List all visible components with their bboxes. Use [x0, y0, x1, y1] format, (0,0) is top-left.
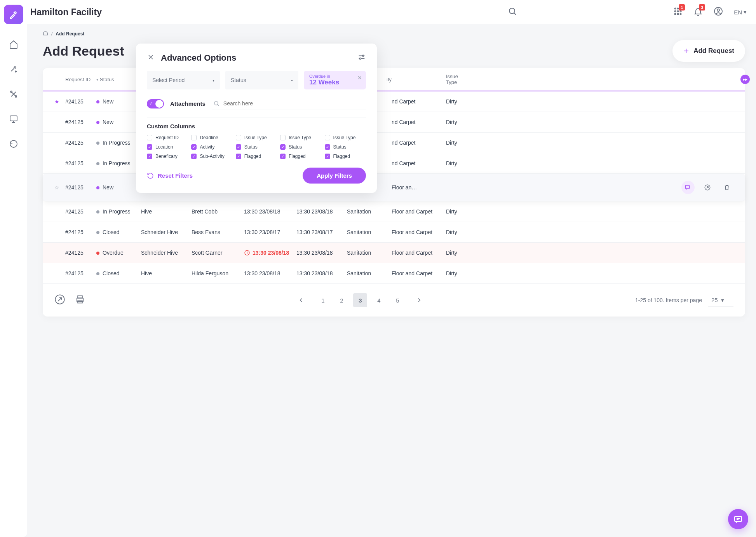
star-icon[interactable]: ☆ [54, 184, 59, 191]
bell-icon[interactable]: 3 [693, 7, 703, 17]
nav-home-icon[interactable] [6, 37, 21, 52]
column-checkbox[interactable]: ✓Activity [191, 144, 232, 150]
select-period[interactable]: Select Period▾ [147, 71, 220, 89]
home-icon[interactable] [43, 30, 48, 37]
trash-icon[interactable] [720, 181, 733, 194]
table-row[interactable]: #24125In ProgressHiveBrett Cobb13:30 23/… [43, 201, 745, 222]
breadcrumb: / Add Request [43, 30, 745, 37]
apply-filters-button[interactable]: Apply Filters [303, 168, 366, 184]
nav-history-icon[interactable] [6, 136, 21, 152]
open-icon[interactable] [701, 181, 714, 194]
column-checkbox[interactable]: ✓Location [147, 144, 188, 150]
table-footer: 12345 1-25 of 100. Items per page 25 ▾ [43, 284, 745, 317]
svg-point-4 [675, 8, 676, 9]
svg-point-11 [678, 14, 679, 15]
page-number[interactable]: 2 [334, 293, 348, 307]
custom-columns-title: Custom Columns [147, 117, 366, 129]
app-logo [4, 5, 23, 24]
column-checkbox[interactable]: ✓Status [325, 144, 366, 150]
svg-point-8 [678, 11, 679, 12]
advanced-options-modal: Advanced Options Select Period▾ Status▾ … [136, 44, 377, 193]
notif-badge: 3 [699, 4, 705, 10]
svg-point-3 [509, 8, 515, 14]
apps-icon[interactable]: 1 [673, 7, 683, 17]
page-number[interactable]: 4 [372, 293, 386, 307]
column-checkbox[interactable]: Issue Type [325, 135, 366, 140]
star-icon[interactable]: ★ [54, 98, 59, 105]
column-checkbox[interactable]: Deadline [191, 135, 232, 140]
modal-title: Advanced Options [161, 53, 351, 63]
column-checkbox[interactable]: ✓Beneficary [147, 154, 188, 159]
column-checkbox[interactable]: Request ID [147, 135, 188, 140]
column-checkbox[interactable]: Issue Type [236, 135, 277, 140]
print-icon[interactable] [75, 294, 85, 306]
user-icon[interactable] [714, 7, 723, 17]
search-icon[interactable] [508, 7, 517, 17]
page-next[interactable] [412, 293, 426, 307]
chat-fab[interactable] [728, 509, 748, 529]
fast-forward-icon[interactable]: ▸▸ [740, 75, 750, 84]
breadcrumb-current: Add Request [56, 31, 84, 37]
svg-rect-2 [10, 116, 17, 121]
page-number[interactable]: 5 [390, 293, 404, 307]
chip-remove-icon[interactable]: ✕ [357, 75, 362, 81]
svg-rect-20 [78, 296, 82, 298]
page-title: Add Request [43, 44, 124, 59]
sidebar [0, 0, 27, 537]
col-status[interactable]: ▾Status [96, 73, 141, 85]
page-number[interactable]: 3 [353, 293, 367, 307]
column-checkbox[interactable]: ✓Flagged [236, 154, 277, 159]
svg-point-9 [680, 11, 681, 12]
column-checkbox[interactable]: ✓Status [280, 144, 321, 150]
search-input[interactable] [212, 97, 366, 110]
svg-point-12 [680, 14, 681, 15]
language-selector[interactable]: EN▾ [734, 9, 747, 16]
attachments-label: Attachments [170, 100, 206, 107]
per-page-select[interactable]: 25 ▾ [708, 294, 733, 306]
col-issue-type[interactable]: Issue Type [446, 73, 469, 85]
column-checkbox[interactable]: ✓Flagged [325, 154, 366, 159]
attachments-toggle[interactable]: ✓ [147, 99, 164, 108]
column-checkbox[interactable]: ✓Status [236, 144, 277, 150]
apps-badge: 1 [679, 4, 685, 10]
column-checkbox[interactable]: Issue Type [280, 135, 321, 140]
svg-point-7 [675, 11, 676, 12]
svg-rect-25 [735, 516, 742, 521]
column-checkbox[interactable]: ✓Sub-Activity [191, 154, 232, 159]
export-icon[interactable] [54, 294, 65, 306]
table-row[interactable]: #24125ClosedHiveHilda Ferguson13:30 23/0… [43, 263, 745, 284]
svg-rect-15 [685, 185, 690, 189]
table-row[interactable]: #24125OverdueSchneider HiveScott Garner1… [43, 243, 745, 263]
page-prev[interactable] [294, 293, 308, 307]
close-icon[interactable] [147, 53, 155, 63]
app-title: Hamilton Facility [30, 7, 352, 17]
sliders-icon[interactable] [357, 53, 366, 63]
nav-monitor-icon[interactable] [6, 111, 21, 127]
svg-point-22 [362, 55, 364, 57]
reset-filters-button[interactable]: Reset Filters [147, 172, 193, 179]
add-request-button[interactable]: + Add Request [672, 40, 745, 62]
svg-point-14 [717, 9, 719, 11]
svg-point-23 [360, 58, 361, 59]
nav-wrench-plus-icon[interactable] [6, 61, 21, 77]
table-row[interactable]: #24125ClosedSchneider HiveBess Evans13:3… [43, 222, 745, 243]
column-checkbox[interactable]: ✓Flagged [280, 154, 321, 159]
nav-tools-icon[interactable] [6, 86, 21, 102]
filter-chip-overdue: Overdue in 12 Weeks ✕ [304, 71, 366, 89]
select-status[interactable]: Status▾ [225, 71, 298, 89]
svg-point-24 [214, 101, 218, 105]
col-request-id[interactable]: Request ID [65, 73, 96, 85]
plus-icon: + [683, 45, 689, 56]
page-number[interactable]: 1 [316, 293, 330, 307]
header: Hamilton Facility 1 3 EN▾ [27, 0, 756, 24]
pagination: 12345 [85, 293, 635, 307]
chat-icon[interactable] [681, 181, 695, 194]
pagination-summary: 1-25 of 100. Items per page [635, 297, 702, 303]
svg-point-10 [675, 14, 676, 15]
